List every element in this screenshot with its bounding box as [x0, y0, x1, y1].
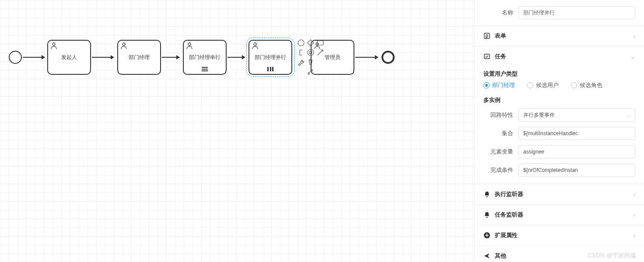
user-type-title: 设置用户类型: [475, 66, 644, 80]
watermark: CSDN @宁波阿成: [588, 252, 636, 259]
task-dept-manager-parallel[interactable]: 部门经理并行: [248, 40, 292, 75]
sequence-flow[interactable]: [23, 57, 45, 58]
section-form[interactable]: 表单 ›: [475, 25, 644, 46]
chevron-right-icon: ›: [634, 212, 635, 218]
chevron-down-icon: ⌄: [627, 113, 630, 118]
section-extension-props[interactable]: 扩展属性 ›: [475, 225, 644, 245]
loop-characteristics-select[interactable]: 并行多重事件 ⌄: [518, 108, 635, 122]
field-label: 集合: [483, 129, 518, 137]
bell-icon: [483, 211, 490, 218]
sequence-flow[interactable]: [228, 57, 245, 58]
start-event[interactable]: [9, 51, 22, 64]
field-label: 回路特性: [483, 111, 518, 119]
sequence-flow-icon[interactable]: [306, 67, 315, 76]
user-icon: [186, 42, 192, 49]
select-value: 并行多重事件: [523, 112, 555, 119]
user-icon: [121, 42, 127, 49]
user-icon: [51, 42, 57, 49]
section-task[interactable]: 任务 ⌄: [475, 46, 644, 66]
user-type-radio-group: 部门经理 候选用户 候选角色: [475, 80, 644, 93]
svg-point-2: [188, 43, 191, 45]
multi-instance-title: 多实例: [475, 93, 644, 106]
properties-panel: 名称 表单 › 任务 ⌄ 设置用户类型 部门经理 候选用户: [474, 0, 644, 262]
task-section-body: 设置用户类型 部门经理 候选用户 候选角色 多实例 回路特性 并行多重事件 ⌄: [475, 66, 644, 184]
sequence-flow[interactable]: [162, 57, 179, 58]
radio-dot-icon: [571, 82, 577, 88]
element-variable-row: 元素变量: [475, 143, 644, 161]
append-task-icon[interactable]: [316, 38, 325, 47]
svg-point-3: [254, 43, 256, 45]
collection-input[interactable]: [518, 127, 635, 140]
context-pad: [297, 38, 326, 76]
svg-point-0: [52, 43, 55, 45]
spacer: [316, 58, 325, 66]
section-title: 执行监听器: [495, 190, 523, 198]
multi-instance-parallel-icon: [267, 67, 273, 71]
sequence-flow[interactable]: [355, 57, 378, 58]
section-title: 任务监听器: [495, 211, 523, 219]
name-row: 名称: [475, 0, 644, 22]
form-icon: [483, 32, 490, 39]
delete-icon[interactable]: [306, 58, 315, 66]
task-dept-manager-sequential[interactable]: 部门经理串行: [183, 40, 227, 75]
user-icon: [252, 42, 258, 49]
section-title: 其他: [495, 252, 506, 260]
field-label: 完成条件: [483, 166, 518, 174]
section-title: 扩展属性: [495, 231, 518, 239]
section-execution-listener[interactable]: 执行监听器 ›: [475, 184, 644, 204]
task-label: 发起人: [61, 54, 77, 61]
send-icon: [483, 252, 490, 259]
section-task-listener[interactable]: 任务监听器 ›: [475, 204, 644, 225]
radio-label: 候选角色: [580, 81, 602, 89]
chevron-right-icon: ›: [634, 191, 635, 198]
bell-icon: [483, 191, 490, 198]
name-input[interactable]: [518, 6, 635, 19]
radio-candidate-role[interactable]: 候选角色: [571, 81, 602, 89]
bpmn-canvas[interactable]: 发起人 部门经理 部门经理串行 部门经理并行 管理员: [0, 0, 474, 262]
sequence-flow[interactable]: [92, 57, 114, 58]
task-initiator[interactable]: 发起人: [47, 40, 91, 75]
annotation-icon[interactable]: [297, 48, 305, 57]
append-gateway-icon[interactable]: [306, 38, 315, 47]
collection-row: 集合: [475, 124, 644, 143]
end-event[interactable]: [382, 51, 395, 64]
field-label: 元素变量: [483, 148, 518, 156]
section-title: 任务: [495, 52, 506, 60]
spacer: [297, 67, 305, 76]
task-label: 部门经理并行: [255, 54, 286, 61]
task-label: 部门经理串行: [189, 54, 220, 61]
radio-label: 候选用户: [536, 81, 559, 89]
completion-condition-input[interactable]: [518, 164, 635, 177]
element-variable-input[interactable]: [518, 145, 635, 158]
change-type-icon[interactable]: [306, 48, 315, 57]
append-end-event-icon[interactable]: [297, 38, 305, 47]
svg-rect-11: [484, 54, 490, 59]
svg-rect-7: [317, 41, 323, 45]
chevron-right-icon: ›: [634, 33, 635, 39]
radio-label: 部门经理: [492, 81, 515, 89]
chevron-down-icon: ⌄: [630, 53, 635, 60]
task-dept-manager[interactable]: 部门经理: [117, 40, 161, 75]
wrench-icon[interactable]: [297, 58, 305, 66]
task-label: 管理员: [325, 54, 340, 61]
connect-icon[interactable]: [316, 48, 325, 57]
svg-rect-6: [308, 40, 314, 46]
task-label: 部门经理: [129, 54, 150, 61]
svg-point-8: [308, 49, 314, 56]
radio-candidate-user[interactable]: 候选用户: [527, 81, 559, 89]
name-label: 名称: [483, 9, 518, 17]
loop-characteristics-row: 回路特性 并行多重事件 ⌄: [475, 106, 644, 124]
chevron-right-icon: ›: [634, 232, 635, 239]
section-title: 表单: [495, 32, 506, 40]
task-icon: [483, 53, 490, 60]
multi-instance-sequential-icon: [202, 67, 208, 71]
radio-dept-manager[interactable]: 部门经理: [483, 81, 515, 89]
radio-dot-icon: [527, 82, 533, 88]
svg-point-9: [309, 51, 312, 54]
radio-dot-icon: [483, 82, 490, 88]
svg-point-5: [298, 40, 304, 46]
plus-circle-icon: [483, 232, 490, 239]
svg-point-1: [122, 43, 125, 45]
completion-condition-row: 完成条件: [475, 161, 644, 179]
